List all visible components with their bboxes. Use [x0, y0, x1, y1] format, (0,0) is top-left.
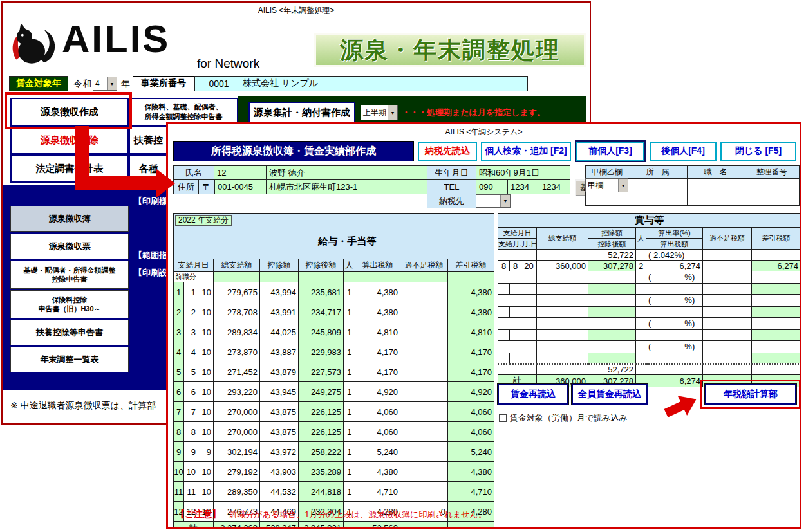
calculated-tax-cell[interactable]: 4,810 [355, 322, 400, 342]
dependents-cell[interactable]: 1 [344, 442, 355, 462]
bonus-adjustment-cell[interactable] [703, 261, 752, 271]
net-tax-cell[interactable]: 4,060 [448, 422, 494, 442]
calculated-tax-cell[interactable]: 4,060 [355, 422, 400, 442]
prev-job-cell[interactable] [299, 272, 344, 282]
office-name-value[interactable]: 株式会社 サンプル [243, 78, 318, 89]
bonus-paymonth-cell[interactable] [498, 330, 510, 341]
bonus-date-cell[interactable] [498, 295, 537, 307]
pay-day-cell[interactable]: 10 [198, 282, 214, 302]
deduction-cell[interactable]: 43,879 [260, 362, 299, 382]
pay-day-cell[interactable]: 10 [198, 462, 214, 482]
tax-office-select[interactable]: ▼ [476, 194, 511, 208]
bonus-after-cell[interactable] [588, 307, 636, 318]
bonus-after-cell[interactable] [588, 330, 636, 341]
deduction-cell[interactable]: 43,903 [260, 462, 299, 482]
bonus-day-cell[interactable] [521, 307, 537, 318]
bonus-gross-cell[interactable] [537, 307, 588, 318]
pay-day-cell[interactable]: 10 [198, 362, 214, 382]
bonus-gross-cell[interactable]: 360,000 [537, 261, 588, 271]
dependents-cell[interactable]: 1 [344, 362, 355, 382]
bonus-adjustment-cell[interactable] [703, 353, 752, 364]
after-deduction-cell[interactable]: 226,125 [299, 422, 344, 442]
after-deduction-cell[interactable]: 235,289 [299, 462, 344, 482]
bonus-adjustment-cell[interactable] [703, 318, 752, 330]
department-field[interactable] [628, 178, 688, 192]
dependents-cell[interactable]: 1 [344, 302, 355, 322]
chevron-down-icon[interactable]: ▼ [107, 77, 117, 90]
dependents-cell[interactable]: 1 [344, 322, 355, 342]
tel-field-1[interactable]: 090 [476, 179, 508, 194]
prev-job-cell[interactable] [355, 272, 400, 282]
deduction-cell[interactable]: 43,945 [260, 382, 299, 402]
prev-person-button[interactable]: 前個人[F3] [576, 142, 644, 161]
bonus-persons-cell[interactable] [636, 318, 646, 330]
bonus-calculated-tax-cell[interactable] [646, 353, 703, 364]
sidebar-item-insurance-deduction[interactable]: 保険料控除 申告書（旧）H30～ [10, 290, 129, 318]
wage-month-checkbox[interactable] [499, 414, 507, 422]
bonus-net-cell[interactable] [752, 295, 801, 307]
after-deduction-cell[interactable]: 258,222 [299, 442, 344, 462]
bonus-rate-cell[interactable]: ( %) [646, 341, 703, 353]
sidebar-item-withholding-ledger[interactable]: 源泉徴収簿 [10, 206, 129, 232]
net-tax-cell[interactable]: 4,380 [448, 282, 494, 302]
pay-day-cell[interactable]: 10 [198, 342, 214, 362]
calculated-tax-cell[interactable]: 5,240 [355, 442, 400, 462]
bonus-gross-cell[interactable] [537, 330, 588, 341]
net-tax-cell[interactable]: 4,170 [448, 362, 494, 382]
bonus-month-cell[interactable]: 8 [510, 261, 521, 271]
gross-pay-cell[interactable]: 289,350 [214, 482, 260, 502]
reference-number-field[interactable] [744, 178, 800, 192]
bonus-date-cell[interactable] [498, 341, 537, 353]
office-number-value[interactable]: 0001 [195, 78, 243, 89]
bonus-date-cell[interactable] [498, 318, 537, 330]
gross-pay-cell[interactable]: 270,000 [214, 402, 260, 422]
bonus-adjustment-cell[interactable] [703, 307, 752, 318]
deduction-cell[interactable]: 43,972 [260, 442, 299, 462]
reload-wage-button[interactable]: 賃金再読込 [498, 384, 568, 405]
period-select[interactable]: 上半期 ▼ [361, 105, 398, 120]
net-tax-cell[interactable]: 5,240 [448, 442, 494, 462]
chevron-down-icon[interactable]: ▼ [388, 105, 397, 120]
bonus-net-cell[interactable] [752, 318, 801, 330]
gross-pay-cell[interactable]: 270,000 [214, 422, 260, 442]
column-type-select[interactable]: 甲欄 ▼ [585, 178, 628, 192]
gross-pay-cell[interactable]: 302,194 [214, 442, 260, 462]
bonus-net-tax-cell[interactable] [752, 284, 801, 295]
gross-pay-cell[interactable]: 271,452 [214, 362, 260, 382]
pay-month-cell[interactable]: 8 [184, 422, 198, 442]
bonus-persons-cell[interactable] [636, 250, 646, 261]
adjustment-tax-cell[interactable] [400, 422, 448, 442]
bonus-persons-cell[interactable] [636, 295, 646, 307]
adjustment-tax-cell[interactable] [400, 442, 448, 462]
pay-month-cell[interactable]: 11 [184, 482, 198, 502]
pay-month-cell[interactable]: 2 [184, 302, 198, 322]
calculated-tax-cell[interactable]: 4,170 [355, 342, 400, 362]
after-deduction-cell[interactable]: 244,818 [299, 482, 344, 502]
bonus-persons-cell[interactable] [636, 284, 646, 295]
pay-day-cell[interactable]: 10 [198, 382, 214, 402]
employee-number-field[interactable]: 12 [214, 165, 267, 180]
bonus-adjustment-cell[interactable] [703, 284, 752, 295]
bonus-gross-cell[interactable] [537, 250, 588, 261]
deduction-cell[interactable]: 43,991 [260, 302, 299, 322]
job-title-field[interactable] [687, 178, 744, 192]
adjustment-tax-cell[interactable] [400, 342, 448, 362]
bonus-persons-cell[interactable] [636, 271, 646, 284]
deduction-cell[interactable]: 43,994 [260, 282, 299, 302]
sidebar-item-withholding-slip[interactable]: 源泉徴収票 [10, 234, 129, 259]
bonus-net-tax-cell[interactable] [752, 307, 801, 318]
after-deduction-cell[interactable]: 234,717 [299, 302, 344, 322]
bonus-net-tax-cell[interactable] [752, 330, 801, 341]
calculated-tax-cell[interactable]: 4,170 [355, 362, 400, 382]
calculated-tax-cell[interactable]: 4,380 [355, 302, 400, 322]
bonus-calculated-tax-cell[interactable] [646, 284, 703, 295]
pay-day-cell[interactable]: 10 [198, 322, 214, 342]
dependents-cell[interactable]: 1 [344, 342, 355, 362]
after-deduction-cell[interactable]: 235,681 [299, 282, 344, 302]
after-deduction-cell[interactable]: 229,983 [299, 342, 344, 362]
calculated-tax-cell[interactable]: 4,710 [355, 482, 400, 502]
net-tax-cell[interactable]: 4,170 [448, 342, 494, 362]
bonus-adjustment-cell[interactable] [703, 341, 752, 353]
net-tax-cell[interactable]: 4,380 [448, 302, 494, 322]
net-tax-cell[interactable]: 4,060 [448, 402, 494, 422]
